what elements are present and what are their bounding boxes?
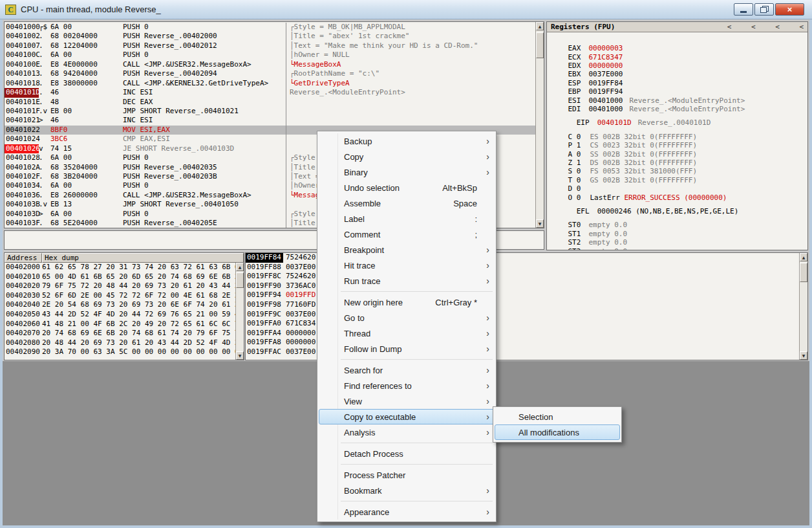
menu-item-label: Hit trace [344,261,375,270]
disasm-row[interactable]: 0040101D . 46 INC ESI Reverse_.<ModuleEn… [5,88,535,97]
scroll-down-icon[interactable]: ▼ [236,351,244,360]
disasm-row[interactable]: 00401000 ┌$ 6A 00 PUSH 0 ┌Style = MB_OK|… [5,23,535,32]
dump-row[interactable]: 00402040 2E 20 54 68 69 73 20 69 73 20 6… [5,300,235,310]
stack-value: 0019FFD [283,291,315,300]
disasm-instruction: PUSH 0 [123,23,286,32]
menu-item[interactable]: Label : [319,211,495,226]
registers-header: Registers (FPU) < < < < [547,22,807,32]
menu-item[interactable]: Go to › [319,310,495,325]
menu-item[interactable]: Search for › [319,362,495,378]
menu-item[interactable]: Comment ; [319,226,495,242]
disasm-comment: Reverse_.<ModuleEntryPoint> [286,88,535,97]
dump-row[interactable]: 00402050 43 44 2D 52 4F 4D 20 44 72 69 7… [5,310,235,320]
dump-row[interactable]: 00402080 20 48 44 20 69 73 20 61 20 43 4… [5,338,235,348]
scroll-up-icon[interactable]: ▲ [536,22,544,30]
dump-row[interactable]: 00402070 20 74 68 69 6E 6B 20 74 68 61 7… [5,329,235,338]
register-value: 0019FF94 [589,87,623,96]
menu-item[interactable]: Follow in Dump › [319,341,495,357]
disasm-row[interactable]: 00401007 . 68 12204000 PUSH Reverse_.004… [5,41,535,50]
disasm-row[interactable]: 0040100E . E8 4E000000 CALL <JMP.&USER32… [5,60,535,69]
registers-collapse-button[interactable]: < [799,23,804,31]
menu-item[interactable]: Hit trace › [319,258,495,273]
dump-row[interactable]: 00402020 79 6F 75 72 20 48 44 20 69 73 2… [5,281,235,291]
disasm-instruction: PUSH Reverse_.0040203B [123,172,286,181]
stack-address: 0019FF9C [246,310,283,320]
dump-row[interactable]: 00402060 41 48 21 00 4F 6B 2C 20 49 20 7… [5,320,235,329]
scroll-thumb[interactable] [236,272,244,288]
menu-item[interactable]: View › [319,393,495,409]
disasm-row[interactable]: 0040100C . 6A 00 PUSH 0 │hOwner = NULL [5,50,535,60]
disasm-marker: .v [39,200,50,209]
dump-column-address[interactable]: Address [5,253,42,263]
stack-address: 0019FF8C [246,272,283,281]
disasm-address: 00401002 [5,32,39,41]
menu-item[interactable]: Detach Process [319,446,495,461]
menu-item[interactable]: Copy to executable › [319,409,495,424]
disassembly-scrollbar[interactable]: ▲ ▼ [535,22,544,228]
disasm-row[interactable]: 00401013 . 68 94204000 PUSH Reverse_.004… [5,69,535,78]
disasm-address: 00401036 [5,191,39,200]
close-button[interactable]: × [775,3,804,16]
disasm-row[interactable]: 00401021 > 46 INC ESI [5,116,535,125]
dump-scrollbar[interactable]: ▲ ▼ [235,263,244,360]
menu-item[interactable]: Run trace › [319,273,495,289]
disasm-address: 0040101E [5,98,39,107]
dump-row[interactable]: 00402000 61 62 65 78 27 20 31 73 74 20 6… [5,263,235,272]
menu-item-label: View [344,397,362,406]
menu-item[interactable]: Appearance › [319,504,495,520]
disasm-comment: │Title = "abex' 1st crackme" [286,32,535,41]
disasm-instruction: PUSH Reverse_.00402094 [123,69,286,78]
menu-item[interactable]: Binary › [319,164,495,180]
dump-column-hex[interactable]: Hex dump [42,253,244,263]
menu-item[interactable]: Undo selection Alt+BkSp [319,180,495,195]
menu-item[interactable]: Find references to › [319,378,495,393]
disasm-row[interactable]: 00401018 . E8 38000000 CALL <JMP.&KERNEL… [5,79,535,88]
register-value: 00000003 [589,44,623,52]
menu-item[interactable]: Breakpoint › [319,242,495,258]
menu-item[interactable]: Thread › [319,325,495,341]
dump-row[interactable]: 00402090 20 3A 70 00 63 3A 5C 00 00 00 0… [5,347,235,357]
submenu-item[interactable]: Selection [495,409,620,424]
register-name: EFL [577,207,597,215]
submenu-item[interactable]: All modifications [495,424,620,440]
register-row[interactable]: EAX00000003 [551,36,807,44]
dump-address: 00402080 [5,338,42,348]
dump-row[interactable]: 00402030 52 6F 6D 2E 00 45 72 72 6F 72 0… [5,291,235,301]
scroll-thumb[interactable] [800,263,807,282]
disasm-marker: . [39,60,50,69]
segment-info: CS 0023 32bit 0(FFFFFFFF) [590,141,698,149]
menu-item[interactable]: Assemble Space [319,195,495,211]
disasm-row[interactable]: 00401002 . 68 00204000 PUSH Reverse_.004… [5,32,535,41]
disasm-bytes: EB 13 [50,200,123,209]
menu-item[interactable]: New origin here Ctrl+Gray * [319,294,495,310]
segment-info: ES 002B 32bit 0(FFFFFFFF) [590,133,698,141]
submenu-arrow-icon: › [486,151,489,162]
menu-item[interactable]: Process Patcher [319,467,495,483]
menu-item [319,498,495,504]
register-name: ESI [568,96,589,105]
scroll-thumb[interactable] [536,32,544,58]
disasm-marker: . [39,153,50,162]
scroll-down-icon[interactable]: ▼ [536,219,544,228]
menu-item-label: Find references to [344,381,412,391]
disasm-row[interactable]: 0040101E . 48 DEC EAX [5,98,535,107]
minimize-button[interactable] [734,3,753,16]
scroll-up-icon[interactable]: ▲ [236,263,244,271]
dump-address: 00402040 [5,300,42,310]
menu-item[interactable]: Bookmark › [319,483,495,498]
menu-item[interactable]: Backup › [319,133,495,149]
scroll-up-icon[interactable]: ▲ [800,253,807,261]
registers-collapse-button[interactable]: < [727,23,732,31]
scroll-down-icon[interactable]: ▼ [800,351,807,360]
registers-collapse-button[interactable]: < [775,23,780,31]
disasm-marker: .v [39,107,50,116]
dump-row[interactable]: 00402010 65 00 4D 61 6B 65 20 6D 65 20 7… [5,272,235,282]
restore-button[interactable] [754,3,774,16]
disasm-row[interactable]: 0040101F .v EB 00 JMP SHORT Reverse_.004… [5,107,535,116]
menu-item[interactable]: Analysis › [319,424,495,440]
stack-scrollbar[interactable]: ▲ ▼ [799,253,807,360]
registers-collapse-button[interactable]: < [751,23,756,31]
disasm-instruction: PUSH Reverse_.0040205E [123,219,286,228]
stack-value: 0037E00 [283,347,315,357]
menu-item[interactable]: Copy › [319,149,495,164]
